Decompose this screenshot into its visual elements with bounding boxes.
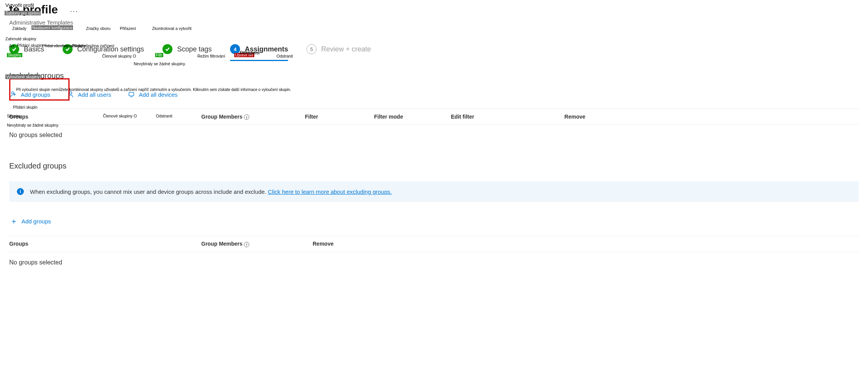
step-number-icon: 5	[306, 44, 316, 54]
excluded-empty-row: No groups selected	[9, 252, 859, 268]
button-label: Add all users	[78, 91, 111, 98]
col-filter-mode: Filter mode	[374, 114, 451, 120]
col-groups: Groups	[9, 241, 201, 247]
col-remove: Remove	[535, 114, 585, 120]
excluded-info-banner: i When excluding groups, you cannot mix …	[9, 181, 859, 202]
col-group-members: Group Membersi	[201, 241, 313, 247]
step-label: Scope tags	[177, 45, 212, 53]
col-edit-filter: Edit filter	[451, 114, 535, 120]
svg-point-1	[70, 92, 72, 94]
step-basics[interactable]: Basics	[9, 44, 44, 56]
more-menu-button[interactable]: ···	[70, 7, 78, 18]
step-label: Basics	[24, 45, 44, 53]
step-number-icon: 4	[230, 44, 240, 54]
add-groups-button[interactable]: Add groups	[9, 89, 51, 99]
step-label: Assignments	[245, 45, 288, 53]
check-icon	[9, 44, 19, 54]
step-assignments[interactable]: 4 Assignments	[230, 44, 288, 56]
excluded-add-groups-button[interactable]: ＋ Add groups	[9, 216, 52, 226]
person-icon	[67, 91, 74, 98]
add-all-devices-button[interactable]: Add all devices	[127, 89, 178, 99]
page-subtitle: Administrative Templates	[9, 19, 859, 26]
svg-rect-2	[129, 92, 134, 96]
add-all-users-button[interactable]: Add all users	[66, 89, 112, 99]
device-icon	[128, 91, 135, 98]
info-icon: i	[17, 188, 24, 195]
excluded-learn-more-link[interactable]: Click here to learn more about excluding…	[268, 188, 392, 195]
step-configuration-settings[interactable]: Configuration settings	[63, 44, 144, 56]
col-filter: Filter	[305, 114, 374, 120]
excluded-groups-heading: Excluded groups	[9, 162, 859, 170]
button-label: Add all devices	[139, 91, 177, 98]
info-icon[interactable]: i	[244, 242, 249, 247]
people-plus-icon	[10, 91, 17, 98]
info-icon[interactable]: i	[244, 114, 249, 120]
button-label: Add groups	[21, 91, 50, 98]
step-scope-tags[interactable]: Scope tags	[162, 44, 212, 56]
step-label: Configuration settings	[77, 45, 144, 53]
col-group-members: Group Membersi	[201, 114, 305, 120]
plus-icon: ＋	[10, 217, 18, 225]
page-title: te profile	[9, 3, 58, 16]
step-review-create[interactable]: 5 Review + create	[306, 44, 371, 56]
included-empty-row: No groups selected	[9, 125, 859, 140]
included-table-header: Groups Group Membersi Filter Filter mode…	[9, 109, 859, 125]
wizard-stepper: Basics Configuration settings Scope tags…	[9, 44, 859, 56]
svg-point-0	[12, 92, 14, 94]
button-label: Add groups	[22, 218, 51, 225]
step-label: Review + create	[321, 45, 371, 53]
check-icon	[162, 44, 172, 54]
col-remove: Remove	[313, 241, 370, 247]
col-groups: Groups	[9, 114, 201, 120]
banner-text: When excluding groups, you cannot mix us…	[30, 188, 392, 195]
included-groups-heading: Included groups	[9, 71, 859, 80]
included-actions: Add groups Add all users Add all devices	[9, 89, 859, 99]
check-icon	[63, 44, 73, 54]
excluded-table-header: Groups Group Membersi Remove	[9, 236, 859, 252]
